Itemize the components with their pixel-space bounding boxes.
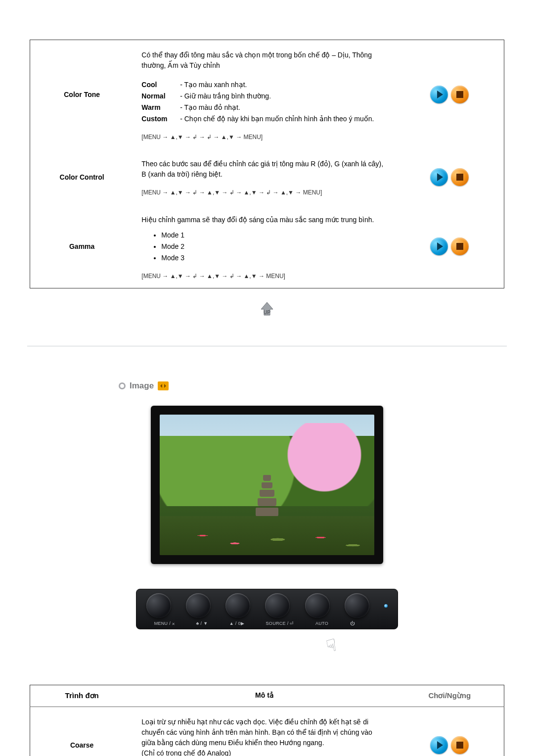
row-label-gamma: Gamma <box>30 205 134 288</box>
svg-text:UP: UP <box>264 310 270 315</box>
row-desc-coarse: Loại trừ sự nhiễu hạt như các vạch dọc. … <box>134 707 395 756</box>
color-control-desc: Theo các bước sau để điều chỉnh các giá … <box>141 159 387 180</box>
bezel-power-button[interactable] <box>345 593 369 618</box>
stop-button[interactable] <box>451 736 469 754</box>
bezel-auto-button[interactable] <box>305 593 330 618</box>
label-text: Color Control <box>60 173 104 181</box>
bezel-label-source: SOURCE / ⏎ <box>266 621 294 626</box>
bezel-label-menu: MENU / ⨉ <box>154 621 175 626</box>
menu-path-gamma: [MENU → ▲,▼ → ↲ → ▲,▼ → ↲ → ▲,▼ → MENU] <box>141 271 387 281</box>
play-stop-gamma <box>396 205 504 288</box>
gamma-mode-1: Mode 1 <box>161 230 387 240</box>
menu-path-color-control: [MENU → ▲,▼ → ↲ → ▲,▼ → ↲ → ▲,▼ → ↲ → ▲,… <box>141 188 387 197</box>
ring-bullet-icon <box>119 382 126 389</box>
opt-normal-text: - Giữ màu trắng bình thường. <box>180 92 271 100</box>
play-stop-color-control <box>396 149 504 204</box>
label-text: Coarse <box>70 741 93 749</box>
color-settings-table: Color Tone Có thể thay đổi tông màu sắc … <box>30 40 504 288</box>
up-link[interactable]: UP <box>255 299 279 318</box>
gamma-desc: Hiệu chỉnh gamma sẽ thay đổi độ sáng của… <box>141 215 387 225</box>
play-button[interactable] <box>430 168 448 186</box>
play-icon <box>437 242 443 250</box>
opt-warm-text: - Tạo màu đỏ nhạt. <box>180 103 240 111</box>
image-settings-table: Trình đơn Mô tả Chơi/Ngừng Coarse Loại t… <box>30 685 504 756</box>
opt-custom-text: - Chọn chế độ này khi bạn muốn chỉnh hìn… <box>180 115 374 123</box>
power-led-icon <box>384 604 388 608</box>
row-label-color-control: Color Control <box>30 149 134 204</box>
image-section-title: Image <box>130 381 154 391</box>
up-arrow-icon: UP <box>255 299 279 318</box>
opt-custom-key: Custom <box>141 114 178 124</box>
row-desc-color-tone: Có thể thay đổi tông màu sắc và chọn một… <box>134 40 395 149</box>
row-label-color-tone: Color Tone <box>30 40 134 149</box>
monitor-button-bezel: MENU / ⨉ ♣ / ▼ ▲ / 0▶ SOURCE / ⏎ AUTO ⏻ <box>136 589 398 629</box>
color-tone-intro: Có thể thay đổi tông màu sắc và chọn một… <box>141 50 387 71</box>
label-text: Gamma <box>69 242 94 250</box>
stop-icon <box>456 174 463 181</box>
bezel-label-auto: AUTO <box>315 621 328 626</box>
play-stop-coarse <box>396 707 504 756</box>
image-table-header-menu: Trình đơn <box>30 685 134 707</box>
label-text: Color Tone <box>64 91 100 98</box>
play-icon <box>437 91 443 98</box>
section-divider <box>27 346 507 346</box>
monitor-screen-image <box>160 415 374 555</box>
bezel-label-plus: ▲ / 0▶ <box>229 621 244 626</box>
play-button[interactable] <box>430 86 448 103</box>
row-desc-color-control: Theo các bước sau để điều chỉnh các giá … <box>134 149 395 204</box>
coarse-desc: Loại trừ sự nhiễu hạt như các vạch dọc. … <box>141 717 387 756</box>
gamma-mode-3: Mode 3 <box>161 253 387 263</box>
stop-icon <box>456 91 463 98</box>
row-desc-gamma: Hiệu chỉnh gamma sẽ thay đổi độ sáng của… <box>134 205 395 288</box>
play-icon <box>437 741 443 749</box>
play-button[interactable] <box>430 736 448 754</box>
stop-button[interactable] <box>451 237 469 255</box>
image-section-heading: Image <box>119 381 534 391</box>
bezel-label-minus: ♣ / ▼ <box>196 621 208 626</box>
stop-icon <box>456 243 463 250</box>
stop-button[interactable] <box>451 86 469 103</box>
opt-cool-key: Cool <box>141 80 178 90</box>
bezel-source-button[interactable] <box>265 593 290 618</box>
image-table-header-desc: Mô tả <box>134 685 395 707</box>
bezel-minus-button[interactable] <box>186 593 211 618</box>
opt-warm-key: Warm <box>141 102 178 113</box>
bezel-label-power: ⏻ <box>350 621 355 626</box>
stop-button[interactable] <box>451 168 469 186</box>
bidirectional-arrow-icon <box>158 381 169 390</box>
gamma-mode-2: Mode 2 <box>161 241 387 252</box>
play-button[interactable] <box>430 237 448 255</box>
menu-path-color-tone: [MENU → ▲,▼ → ↲ → ↲ → ▲,▼ → MENU] <box>141 132 387 142</box>
monitor-preview <box>151 406 383 564</box>
row-label-coarse: Coarse <box>30 707 134 756</box>
play-stop-color-tone <box>396 40 504 149</box>
stop-icon <box>456 742 463 749</box>
bezel-plus-button[interactable] <box>225 593 250 618</box>
opt-cool-text: - Tạo màu xanh nhạt. <box>180 81 247 89</box>
image-table-header-play: Chơi/Ngừng <box>396 685 504 707</box>
opt-normal-key: Normal <box>141 91 178 101</box>
play-icon <box>437 173 443 181</box>
bezel-menu-button[interactable] <box>146 593 171 618</box>
